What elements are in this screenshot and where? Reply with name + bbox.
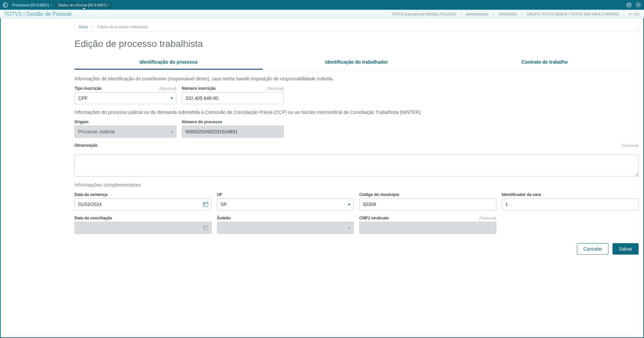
select-origem: Processo Judicial ▾	[74, 126, 176, 138]
app-title: TOTVS | Gestão de Pessoal	[4, 11, 391, 17]
label-data-sentenca: Data da sentença	[74, 192, 108, 197]
breadcrumb: Início › Edição de processo trabalhista	[74, 22, 639, 32]
identificador-vara-field[interactable]	[505, 202, 635, 207]
label-numero-processo: Número do processo	[182, 120, 222, 124]
optional-hint: (Opcional)	[267, 86, 284, 90]
tab-identificacao-processo[interactable]: Identificação do processo	[74, 55, 263, 70]
save-button[interactable]: Salvar	[612, 243, 639, 255]
tabs: Identificação do processo Identificação …	[74, 55, 639, 70]
select-value: SP	[221, 202, 227, 207]
optional-hint: (Opcional)	[159, 86, 176, 90]
group-label: GRUPO TOTVS VENUS / TOTVS SAO PAULO MATR…	[527, 12, 619, 16]
mail-icon[interactable]	[626, 2, 632, 8]
label-cnpj-sindicato: CNPJ sindicato	[359, 216, 389, 220]
page-title: Edição de processo trabalhista	[74, 39, 639, 49]
input-data-sentenca[interactable]	[74, 198, 212, 210]
label-identificador-vara: Identificador da vara	[502, 192, 541, 197]
numero-inscricao-field[interactable]	[185, 95, 280, 101]
label-codigo-municipio: Código do município	[359, 192, 399, 197]
input-codigo-municipio[interactable]	[359, 198, 496, 210]
select-tipo-inscricao[interactable]: CPF ▾	[74, 92, 176, 104]
optional-hint: (Opcional)	[479, 216, 496, 220]
svg-rect-6	[204, 227, 205, 228]
select-ambito: ▾	[217, 222, 354, 234]
label-observacao: Observação	[74, 143, 98, 148]
section1-intro: Informações de identificação do contribu…	[74, 76, 639, 81]
label-data-conciliacao: Data da conciliação	[74, 216, 112, 220]
label-ambito: Âmbito	[217, 216, 231, 220]
tab-contrato-trabalho[interactable]: Contrato de trabalho	[450, 55, 639, 70]
codigo-municipio-field[interactable]	[363, 202, 493, 207]
chevron-down-icon: ▾	[171, 96, 173, 100]
chevron-right-icon: ›	[92, 24, 93, 29]
tab-label: Dados do eSocial [02.9.0007]	[58, 3, 106, 7]
help-icon[interactable]: ?	[635, 2, 641, 8]
titlebar-tab-processos[interactable]: Processos [02.9.0007] ×	[10, 2, 54, 8]
titlebar-tab-esocial[interactable]: Dados do eSocial [02.9.0007] ×	[56, 2, 112, 8]
numero-processo-field	[185, 129, 280, 134]
section3-title: Informações complementares	[74, 182, 639, 188]
select-value: CPF	[78, 95, 88, 101]
left-gutter	[1, 18, 74, 337]
close-icon[interactable]: ×	[50, 3, 52, 7]
section2-intro: Informações do processo judicial ou de d…	[74, 110, 639, 115]
input-numero-processo	[182, 126, 284, 138]
select-value: Processo Judicial	[78, 129, 115, 134]
input-cnpj-sindicato	[359, 222, 496, 234]
app-logo-icon	[3, 2, 8, 8]
exit-button[interactable]: ✕ Sair	[629, 12, 640, 16]
optional-hint: (Opcional)	[622, 143, 639, 147]
cancel-button[interactable]: Cancelar	[577, 243, 608, 255]
titlebar: Processos [02.9.0007] × Dados do eSocial…	[0, 0, 644, 10]
cnpj-sindicato-field	[363, 225, 493, 230]
label-numero-inscricao: Número inscrição	[182, 86, 216, 91]
textarea-observacao[interactable]	[74, 154, 639, 177]
data-sentenca-field[interactable]	[78, 202, 208, 207]
breadcrumb-home[interactable]: Início	[79, 25, 88, 29]
svg-rect-3	[204, 204, 205, 205]
close-icon: ✕	[629, 12, 632, 16]
label-origem: Origem	[74, 120, 89, 124]
calendar-icon[interactable]	[203, 201, 209, 207]
tab-label: Processos [02.9.0007]	[12, 3, 49, 7]
env-label: TOTVS Educacional MSSQL P1212210	[391, 12, 457, 16]
date-label: 25/04/2024	[498, 12, 517, 16]
exit-label: Sair	[633, 12, 640, 16]
input-numero-inscricao[interactable]	[182, 92, 284, 104]
data-conciliacao-field	[78, 225, 208, 230]
input-identificador-vara[interactable]	[502, 198, 639, 210]
select-uf[interactable]: SP ▾	[217, 198, 354, 210]
label-tipo-inscricao: Tipo inscrição	[74, 86, 102, 91]
user-label: Administrador	[466, 12, 489, 16]
close-icon[interactable]: ×	[108, 3, 110, 7]
breadcrumb-current: Edição de processo trabalhista	[97, 25, 148, 29]
calendar-icon	[203, 225, 209, 231]
chevron-down-icon: ▾	[171, 129, 173, 134]
subheader: TOTVS | Gestão de Pessoal TOTVS Educacio…	[0, 10, 644, 18]
input-data-conciliacao	[74, 222, 212, 234]
chevron-down-icon: ▾	[348, 202, 350, 207]
tab-identificacao-trabalhador[interactable]: Identificação do trabalhador	[263, 55, 451, 70]
chevron-down-icon: ▾	[348, 225, 350, 230]
label-uf: UF	[217, 192, 222, 197]
